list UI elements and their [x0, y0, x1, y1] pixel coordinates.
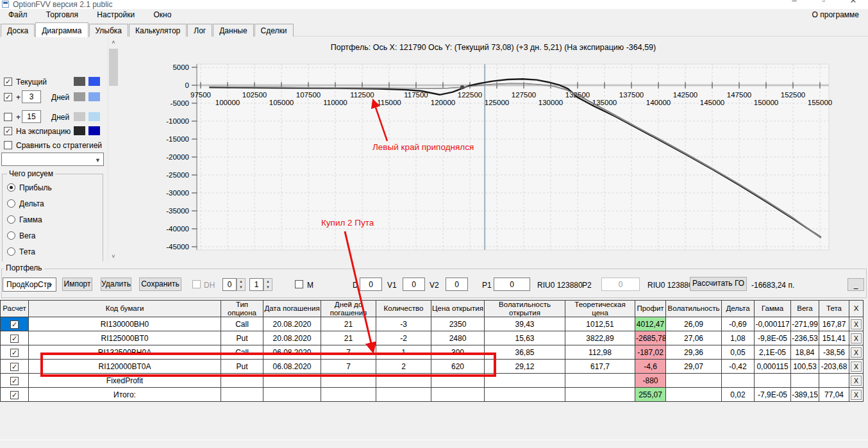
checkbox-plus3[interactable] [4, 93, 12, 101]
calc-checkbox-cell[interactable]: ✓ [1, 317, 29, 331]
sidebar-scrollbar[interactable]: ˄ ˅ [108, 37, 118, 261]
cell-open-price[interactable] [431, 388, 485, 402]
cell-open-vol[interactable]: 36,85 [485, 345, 565, 360]
scroll-down-icon[interactable]: ˅ [108, 251, 119, 261]
cell-open-vol[interactable] [485, 374, 565, 388]
cell-delta[interactable]: 0,02 [722, 388, 755, 402]
cell-vol[interactable] [666, 374, 722, 388]
tab-1[interactable]: Доска [1, 24, 35, 37]
cell-theor-price[interactable]: 1012,51 [565, 317, 635, 331]
col-header-x[interactable]: X [849, 301, 864, 317]
cell-code[interactable]: RI132500BH0A [29, 345, 221, 360]
col-header-date[interactable]: Дата погашения [263, 301, 321, 317]
remove-row-button[interactable]: X [851, 376, 862, 386]
cell-days[interactable] [321, 374, 376, 388]
cell-code[interactable]: RI120000BT0A [29, 360, 221, 374]
save-button[interactable]: Сохранить [139, 278, 181, 291]
cell-theor-price[interactable]: 3822,89 [565, 331, 635, 345]
cell-date[interactable]: 20.08.2020 [263, 317, 321, 331]
col-header-theta[interactable]: Тета [819, 301, 849, 317]
d-field[interactable] [360, 278, 382, 291]
cell-vol[interactable]: 26,09 [666, 317, 722, 331]
cell-days[interactable]: 7 [321, 360, 376, 374]
cell-vol[interactable]: 27,06 [666, 331, 722, 345]
remove-row-button[interactable]: X [851, 361, 862, 372]
table-row[interactable]: ✓Итого:255,070,02-7,9E-05-389,1577,04X [1, 388, 864, 402]
cell-date[interactable] [263, 388, 321, 402]
cell-theta[interactable]: 167,87 [819, 317, 849, 331]
cell-vol[interactable]: 29,36 [666, 345, 722, 360]
col-header-theor-price[interactable]: Теоретическая цена [565, 301, 635, 317]
col-header-vega[interactable]: Вега [791, 301, 819, 317]
cell-theta[interactable]: 77,04 [819, 388, 849, 402]
menu-about[interactable]: О программе [807, 10, 864, 19]
cell-delta[interactable] [722, 374, 755, 388]
menu-window[interactable]: Окно [146, 9, 180, 22]
remove-row-button[interactable]: X [851, 390, 862, 400]
remove-row-button[interactable]: X [851, 333, 862, 344]
cell-date[interactable] [263, 374, 321, 388]
cell-x[interactable]: X [849, 317, 864, 331]
tab-3[interactable]: Улыбка [89, 24, 129, 37]
spinner-arrows-icon[interactable]: ▲▼ [237, 278, 246, 291]
cell-code[interactable]: Итого: [29, 388, 221, 402]
cell-theor-price[interactable] [565, 388, 635, 402]
cell-type[interactable]: Call [221, 345, 263, 360]
cell-vega[interactable]: -271,99 [791, 317, 819, 331]
cell-open-price[interactable]: 2350 [431, 317, 485, 331]
remove-row-button[interactable]: X [851, 319, 862, 329]
cell-type[interactable] [221, 388, 263, 402]
cell-open-price[interactable] [431, 374, 485, 388]
row-checkbox[interactable]: ✓ [10, 363, 19, 371]
collapse-panel-button[interactable]: _ [847, 278, 864, 291]
cell-date[interactable]: 06.08.2020 [263, 345, 321, 360]
radio-3[interactable] [7, 215, 15, 224]
calc-checkbox-cell[interactable]: ✓ [1, 331, 29, 345]
checkbox-current[interactable] [4, 78, 12, 86]
menu-file[interactable]: Файл [0, 9, 36, 22]
calc-checkbox-cell[interactable]: ✓ [1, 388, 29, 402]
radio-4[interactable] [7, 231, 15, 240]
checkbox-expiration[interactable] [4, 127, 12, 135]
cell-theta[interactable]: -203,68 [819, 360, 849, 374]
cell-x[interactable]: X [849, 374, 864, 388]
calc-checkbox-cell[interactable]: ✓ [1, 345, 29, 360]
cell-theta[interactable]: -38,56 [819, 345, 849, 360]
menu-settings[interactable]: Настройки [88, 9, 143, 22]
col-header-profit[interactable]: Профит [635, 301, 666, 317]
v1-field[interactable] [403, 278, 425, 291]
tab-4[interactable]: Калькулятор [129, 24, 187, 37]
cell-vega[interactable]: -389,15 [791, 388, 819, 402]
col-header-calc[interactable]: Расчет [1, 301, 29, 317]
cell-date[interactable]: 06.08.2020 [263, 360, 321, 374]
cell-open-price[interactable]: 2480 [431, 331, 485, 345]
menu-trade[interactable]: Торговля [38, 9, 87, 22]
cell-theor-price[interactable] [565, 374, 635, 388]
spinner-1-value[interactable]: 0 [222, 278, 237, 291]
cell-gamma[interactable]: 2,1E-05 [755, 345, 791, 360]
cell-profit[interactable]: 255,07 [635, 388, 666, 402]
cell-vega[interactable]: -236,53 [791, 331, 819, 345]
row-checkbox[interactable]: ✓ [10, 349, 19, 357]
cell-days[interactable]: 21 [321, 331, 376, 345]
calc-checkbox-cell[interactable]: ✓ [1, 360, 29, 374]
spinner-arrows-icon[interactable]: ▲▼ [263, 278, 272, 291]
row-checkbox[interactable]: ✓ [10, 377, 19, 385]
cell-gamma[interactable]: -9,8E-05 [755, 331, 791, 345]
table-row[interactable]: ✓RI130000BH0Call20.08.202021-3235039,431… [1, 317, 864, 331]
cell-qty[interactable]: 1 [376, 345, 431, 360]
cell-vol[interactable] [666, 388, 722, 402]
delete-button[interactable]: Удалить [101, 278, 131, 291]
row-checkbox[interactable]: ✓ [10, 391, 19, 399]
cell-x[interactable]: X [849, 360, 864, 374]
scroll-up-icon[interactable]: ˄ [108, 37, 119, 47]
checkbox-plus15[interactable] [4, 113, 12, 121]
strategy-select[interactable]: ПродКорСтр ▼ [3, 278, 56, 292]
maximize-button[interactable]: ▫ [814, 0, 833, 6]
days-input-3[interactable] [22, 90, 41, 103]
cell-days[interactable]: 7 [321, 345, 376, 360]
cell-qty[interactable] [376, 388, 431, 402]
cell-type[interactable]: Call [221, 317, 263, 331]
cell-type[interactable]: Put [221, 331, 263, 345]
cell-open-vol[interactable] [485, 388, 565, 402]
